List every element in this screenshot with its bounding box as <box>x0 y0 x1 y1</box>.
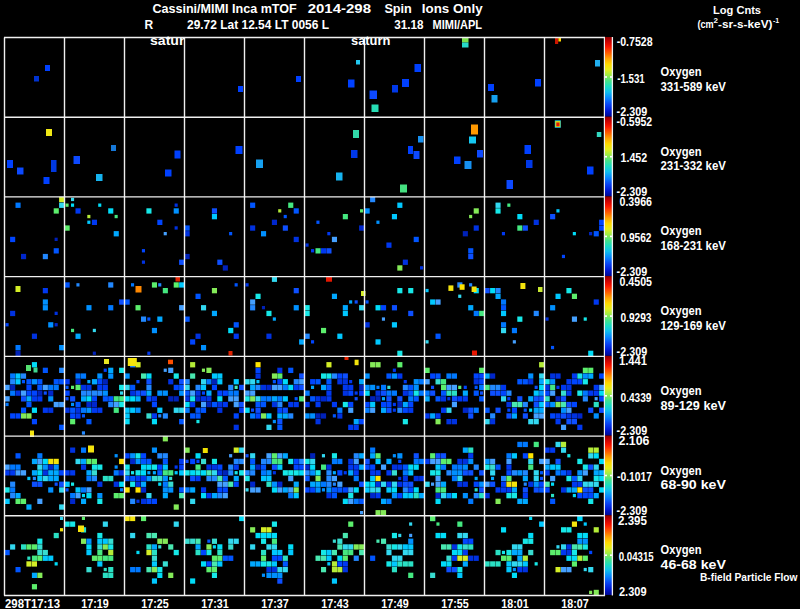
svg-text:89-129 keV: 89-129 keV <box>661 399 726 413</box>
svg-text:Ions Only: Ions Only <box>422 2 483 16</box>
svg-text:Cassini/MIMI Inca mTOF: Cassini/MIMI Inca mTOF <box>152 2 296 16</box>
svg-text:MIMI/APL: MIMI/APL <box>433 18 483 32</box>
svg-text:17:55: 17:55 <box>441 597 469 609</box>
svg-text:Oxygen: Oxygen <box>661 464 702 478</box>
svg-text:1.441: 1.441 <box>619 354 647 368</box>
svg-text:Oxygen: Oxygen <box>661 224 702 238</box>
svg-text:18:01: 18:01 <box>501 597 529 609</box>
svg-text:Oxygen: Oxygen <box>661 543 702 557</box>
svg-text:Oxygen: Oxygen <box>661 304 702 318</box>
svg-text:31.18: 31.18 <box>394 18 424 32</box>
svg-text:298T17:13: 298T17:13 <box>5 597 60 609</box>
svg-text:46-68 keV: 46-68 keV <box>661 558 726 572</box>
svg-text:0.9562: 0.9562 <box>621 231 652 245</box>
svg-text:Oxygen: Oxygen <box>661 65 702 79</box>
svg-text:(cm: (cm <box>698 18 714 30</box>
svg-text:331-589 keV: 331-589 keV <box>661 80 726 94</box>
svg-text:129-169 keV: 129-169 keV <box>661 319 726 333</box>
svg-text:Oxygen: Oxygen <box>661 384 702 398</box>
svg-text:29.72 Lat 12.54 LT 0056 L: 29.72 Lat 12.54 LT 0056 L <box>187 18 329 32</box>
svg-text:68-90 keV: 68-90 keV <box>661 478 726 492</box>
svg-text:17:49: 17:49 <box>381 597 409 609</box>
svg-text:Spin: Spin <box>384 2 411 16</box>
svg-text:-sr-s-keV): -sr-s-keV) <box>718 18 773 30</box>
svg-text:168-231 keV: 168-231 keV <box>661 239 726 253</box>
svg-text:2.395: 2.395 <box>618 514 647 528</box>
svg-text:1.452: 1.452 <box>621 151 648 165</box>
svg-text:2.106: 2.106 <box>619 434 650 448</box>
svg-text:-1.531: -1.531 <box>617 72 645 86</box>
svg-text:saturn: saturn <box>351 34 390 48</box>
svg-text:0.4505: 0.4505 <box>620 275 653 289</box>
svg-text:18:07: 18:07 <box>561 597 589 609</box>
svg-text:-0.1017: -0.1017 <box>617 470 652 484</box>
svg-text:0.9293: 0.9293 <box>621 311 652 325</box>
svg-text:17:31: 17:31 <box>201 597 229 609</box>
svg-text:satur: satur <box>150 34 185 48</box>
svg-text:Oxygen: Oxygen <box>661 145 702 159</box>
svg-text:0.04315: 0.04315 <box>619 550 654 564</box>
svg-text:0.3966: 0.3966 <box>620 195 653 209</box>
svg-text:R: R <box>145 18 154 32</box>
svg-text:-0.5952: -0.5952 <box>617 115 653 129</box>
svg-text:17:25: 17:25 <box>141 597 169 609</box>
svg-text:-1: -1 <box>773 17 779 24</box>
svg-text:17:19: 17:19 <box>81 597 109 609</box>
svg-text:2014-298: 2014-298 <box>308 2 372 16</box>
svg-text:2.309: 2.309 <box>619 585 647 599</box>
svg-text:-0.7528: -0.7528 <box>617 35 653 49</box>
svg-text:17:43: 17:43 <box>321 597 349 609</box>
svg-text:17:37: 17:37 <box>261 597 289 609</box>
svg-text:231-332 keV: 231-332 keV <box>661 159 726 173</box>
svg-text:Log Cnts: Log Cnts <box>713 4 761 16</box>
svg-text:0.4339: 0.4339 <box>621 391 652 405</box>
svg-text:B-field Particle Flow: B-field Particle Flow <box>700 571 798 583</box>
